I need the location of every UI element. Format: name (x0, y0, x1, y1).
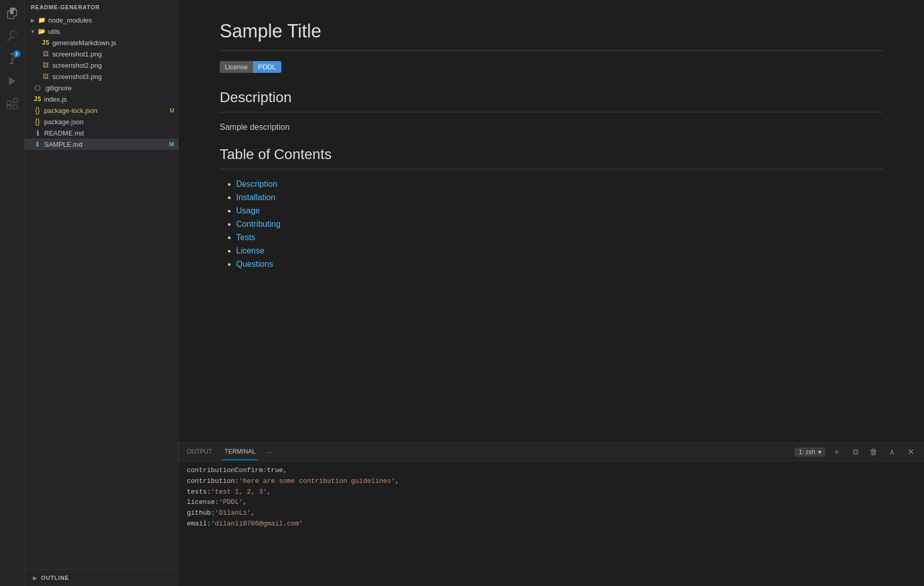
terminal-text: contribution: (187, 476, 239, 487)
toc-item: Tests (236, 233, 883, 242)
outline-label: OUTLINE (41, 575, 69, 581)
toc-link[interactable]: Questions (236, 260, 273, 268)
terminal-text: github: (187, 508, 215, 519)
add-terminal-button[interactable]: + (830, 445, 844, 459)
toc-link[interactable]: Description (236, 180, 277, 188)
file-badge-modified: M (169, 141, 174, 147)
png-file-icon: 🖼 (41, 72, 50, 81)
split-terminal-button[interactable]: ⧉ (848, 445, 862, 459)
preview-title: Sample Title (220, 21, 883, 42)
outline-header[interactable]: ▶ OUTLINE (25, 572, 178, 584)
description-divider (220, 112, 883, 112)
terminal-area: OUTPUT TERMINAL ··· 1: zsh ▾ + ⧉ 🗑 ∧ ✕ c… (179, 442, 924, 586)
md-selected-icon: ⬇ (33, 140, 42, 149)
maximize-terminal-button[interactable]: ∧ (885, 445, 899, 459)
license-badge: License PDDL (220, 61, 883, 73)
tree-item-package[interactable]: {} package.json (25, 116, 178, 127)
source-control-badge: 2 (13, 50, 21, 57)
terminal-text: 'PDDL' (219, 497, 243, 508)
toc-item: License (236, 246, 883, 256)
terminal-text: , (283, 465, 287, 476)
tree-item-generate-markdown[interactable]: JS generateMarkdown.js (25, 37, 178, 48)
toc-link[interactable]: License (236, 246, 264, 255)
shell-label: 1: zsh (799, 448, 815, 456)
tree-item-screenshot1[interactable]: 🖼 screenshot1.png (25, 48, 178, 60)
terminal-text: 'test 1, 2, 3' (211, 487, 267, 498)
delete-terminal-button[interactable]: 🗑 (867, 445, 881, 459)
tree-item-sample[interactable]: ⬇ SAMPLE.md M (25, 139, 178, 150)
folder-open-icon: 📂 (37, 27, 46, 36)
js-file-icon: JS (41, 38, 50, 47)
terminal-text: email: (187, 519, 211, 530)
toc-item: Contributing (236, 220, 883, 229)
toc-link[interactable]: Usage (236, 206, 260, 215)
tab-output[interactable]: OUTPUT (185, 444, 214, 460)
file-label: screenshot3.png (52, 73, 178, 81)
json-file-icon: {} (33, 117, 42, 126)
extensions-icon[interactable] (3, 94, 22, 113)
collapse-arrow: ▼ (29, 27, 37, 35)
tree-item-indexjs[interactable]: JS index.js (25, 93, 178, 105)
toc-item: Usage (236, 206, 883, 216)
terminal-text: 'DilanLi' (215, 508, 251, 519)
terminal-text: , (267, 487, 271, 498)
terminal-line: contribution: 'here are some contributio… (187, 476, 916, 487)
toc-item: Description (236, 180, 883, 189)
json-file-icon: {} (33, 106, 42, 115)
close-terminal-button[interactable]: ✕ (903, 445, 918, 459)
file-label: utils (48, 28, 178, 35)
terminal-text: license: (187, 497, 219, 508)
terminal-more-icon[interactable]: ··· (266, 448, 272, 456)
title-divider (220, 50, 883, 51)
preview-area[interactable]: Sample Title License PDDL Description Sa… (179, 0, 924, 442)
source-control-icon[interactable]: 2 (3, 49, 22, 68)
terminal-line: contributionConfirm: true, (187, 465, 916, 476)
terminal-controls: 1: zsh ▾ + ⧉ 🗑 ∧ ✕ (795, 445, 918, 459)
file-label: screenshot2.png (52, 62, 178, 69)
terminal-text: 'here are some contribution guidelines' (239, 476, 395, 487)
file-badge: U (170, 107, 174, 113)
badge-license-label: License (220, 61, 253, 73)
toc-heading: Table of Contents (220, 146, 883, 163)
terminal-line: email: 'dilanli0706@gmail.com' (187, 519, 916, 530)
terminal-text: tests: (187, 487, 211, 498)
tree-item-screenshot3[interactable]: 🖼 screenshot3.png (25, 71, 178, 82)
folder-icon: 📁 (37, 15, 46, 25)
file-label: generateMarkdown.js (52, 39, 178, 47)
tree-item-package-lock[interactable]: {} package-lock.json U (25, 105, 178, 116)
tree-item-node-modules[interactable]: ▶ 📁 node_modules (25, 14, 178, 26)
file-label: package.json (44, 118, 178, 126)
run-icon[interactable] (3, 72, 22, 90)
toc-link[interactable]: Installation (236, 193, 276, 202)
png-file-icon: 🖼 (41, 49, 50, 58)
search-icon[interactable] (3, 27, 22, 45)
terminal-text: , (243, 497, 247, 508)
toc-link[interactable]: Tests (236, 233, 255, 242)
gitignore-icon: ⬡ (33, 83, 42, 92)
collapse-arrow: ▶ (29, 16, 37, 24)
shell-selector[interactable]: 1: zsh ▾ (795, 447, 825, 457)
terminal-text: , (251, 508, 255, 519)
terminal-text: true (267, 465, 283, 476)
tree-item-readme[interactable]: ℹ README.md (25, 127, 178, 139)
file-label: README.md (44, 129, 178, 137)
terminal-tabs: OUTPUT TERMINAL ··· 1: zsh ▾ + ⧉ 🗑 ∧ ✕ (179, 443, 924, 461)
tree-item-utils[interactable]: ▼ 📂 utils (25, 26, 178, 37)
file-label: SAMPLE.md (44, 141, 169, 148)
toc-item: Questions (236, 260, 883, 269)
toc-link[interactable]: Contributing (236, 220, 280, 228)
terminal-text: contributionConfirm: (187, 465, 267, 476)
main-area: Sample Title License PDDL Description Sa… (179, 0, 924, 586)
terminal-content: contributionConfirm: true, contribution:… (179, 461, 924, 586)
tree-item-gitignore[interactable]: ⬡ .gitignore (25, 82, 178, 93)
badge-license-value: PDDL (253, 61, 281, 73)
toc-divider (220, 169, 883, 169)
tab-terminal[interactable]: TERMINAL (222, 444, 258, 460)
terminal-line: github: 'DilanLi', (187, 508, 916, 519)
file-tree: ▶ 📁 node_modules ▼ 📂 utils JS generateMa… (25, 14, 178, 569)
explorer-icon[interactable] (3, 4, 22, 23)
terminal-text: 'dilanli0706@gmail.com' (211, 519, 303, 530)
description-text: Sample description (220, 123, 883, 132)
sidebar: README-GENERATOR ▶ 📁 node_modules ▼ 📂 ut… (25, 0, 179, 586)
tree-item-screenshot2[interactable]: 🖼 screenshot2.png (25, 60, 178, 71)
